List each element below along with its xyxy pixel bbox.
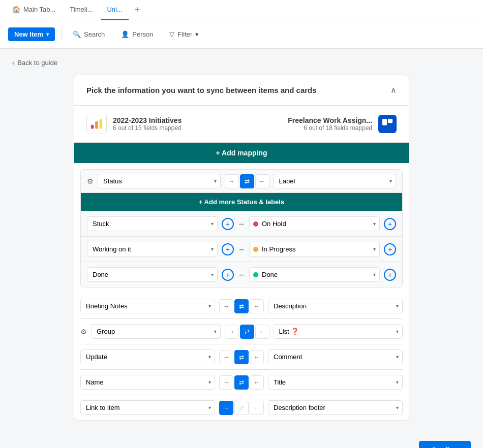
filter-button[interactable]: ▽ Filter ▾	[164, 27, 204, 41]
done-target-select[interactable]: Done	[249, 267, 380, 282]
update-target-wrapper[interactable]: Comment ▾	[268, 349, 403, 364]
status-row-working: Working on it ▾ + ↔ In Progress ▾ +	[81, 236, 402, 262]
link-dir-right[interactable]: →	[219, 401, 233, 415]
tab-main-label: Main Tab...	[23, 6, 55, 13]
link-direction-buttons: → ⇄ ←	[219, 401, 264, 415]
filter-dropdown-arrow: ▾	[195, 30, 199, 38]
link-dir-both[interactable]: ⇄	[234, 401, 249, 415]
done-target-add-button[interactable]: +	[384, 269, 396, 281]
link-source-select[interactable]: Link to item	[80, 400, 215, 415]
group-dir-left[interactable]: ←	[255, 325, 269, 339]
search-icon: 🔍	[73, 30, 81, 38]
person-button[interactable]: 👤 Person	[116, 27, 158, 41]
add-more-status-label: + Add more Status & labels	[199, 198, 284, 206]
update-source-wrapper[interactable]: Update ▾	[80, 349, 215, 364]
name-dir-left[interactable]: ←	[250, 375, 264, 390]
update-source-select[interactable]: Update	[80, 349, 215, 364]
new-item-button[interactable]: New Item ▾	[8, 27, 55, 41]
status-target-select[interactable]: Label	[274, 174, 397, 188]
stuck-arrow-icon: ↔	[238, 220, 245, 228]
back-to-guide-link[interactable]: ‹ Back to guide	[12, 59, 57, 67]
source-name: 2022-2023 Initiatives	[113, 116, 182, 124]
collapse-button[interactable]: ∧	[390, 85, 397, 95]
briefing-target-select[interactable]: Description	[268, 299, 403, 313]
done-source-select[interactable]: Done	[87, 267, 218, 282]
update-direction-buttons: → ⇄ ←	[219, 350, 264, 364]
update-dir-left[interactable]: ←	[250, 350, 264, 364]
status-rows: Stuck ▾ + ↔ On Hold ▾ +	[81, 211, 402, 287]
name-dir-right[interactable]: →	[219, 375, 233, 390]
target-integration-info: Freelance Work Assign... 6 out of 18 fie…	[288, 116, 372, 132]
name-dir-both[interactable]: ⇄	[234, 375, 249, 390]
name-target-wrapper[interactable]: Title ▾	[268, 375, 403, 390]
in-progress-add-button[interactable]: +	[384, 243, 396, 255]
filter-label: Filter	[177, 30, 192, 38]
group-source-wrapper[interactable]: Group ▾	[91, 324, 221, 339]
integration-row: 2022-2023 Initiatives 6 out of 15 fields…	[74, 106, 409, 143]
name-direction-buttons: → ⇄ ←	[219, 375, 264, 390]
briefing-direction-buttons: → ⇄ ←	[219, 299, 264, 313]
link-target-wrapper[interactable]: Description footer ▾	[268, 400, 403, 415]
toolbar-divider-1	[61, 28, 62, 41]
dir-right-button[interactable]: →	[225, 174, 239, 188]
name-source-select[interactable]: Name	[80, 375, 215, 390]
stuck-source-wrapper[interactable]: Stuck ▾	[87, 216, 218, 231]
briefing-dir-both[interactable]: ⇄	[234, 299, 249, 313]
link-dir-left[interactable]: ←	[250, 401, 264, 415]
working-add-button[interactable]: +	[222, 243, 234, 255]
status-target-select-wrapper[interactable]: Label ▾	[274, 174, 397, 188]
search-button[interactable]: 🔍 Search	[68, 27, 110, 41]
stuck-add-button[interactable]: +	[222, 218, 234, 230]
add-tab-button[interactable]: +	[131, 5, 144, 15]
svg-rect-4	[388, 119, 393, 123]
status-gear-icon: ⚙	[87, 177, 94, 185]
tab-uni[interactable]: Uni...	[101, 0, 128, 20]
name-source-wrapper[interactable]: Name ▾	[80, 375, 215, 390]
group-target-wrapper[interactable]: List ❓ ▾	[274, 324, 403, 339]
tab-timeline[interactable]: Timeli...	[64, 0, 99, 20]
search-label: Search	[84, 30, 105, 38]
status-source-select[interactable]: Status	[98, 174, 221, 188]
on-hold-select[interactable]: On Hold	[249, 216, 380, 231]
update-target-select[interactable]: Comment	[268, 349, 403, 364]
name-target-select[interactable]: Title	[268, 375, 403, 390]
card-header: Pick the information you want to sync be…	[74, 75, 409, 106]
update-dir-right[interactable]: →	[219, 350, 233, 364]
status-source-select-wrapper[interactable]: Status ▾	[98, 174, 221, 188]
group-dir-both[interactable]: ⇄	[240, 325, 254, 339]
integration-left: 2022-2023 Initiatives 6 out of 15 fields…	[86, 114, 182, 134]
link-to-item-row: Link to item ▾ → ⇄ ← Description footer …	[80, 395, 403, 420]
briefing-dir-right[interactable]: →	[219, 299, 233, 313]
group-dir-right[interactable]: →	[225, 325, 239, 339]
on-hold-wrapper[interactable]: On Hold ▾	[249, 216, 380, 231]
working-source-wrapper[interactable]: Working on it ▾	[87, 242, 218, 257]
dir-left-button[interactable]: ←	[255, 174, 269, 188]
confirm-button[interactable]: Confirm	[419, 441, 471, 448]
done-add-button[interactable]: +	[222, 269, 234, 281]
done-arrow-icon: ↔	[238, 271, 245, 279]
done-target-wrapper[interactable]: Done ▾	[249, 267, 380, 282]
card-title: Pick the information you want to sync be…	[86, 86, 317, 94]
done-source-wrapper[interactable]: Done ▾	[87, 267, 218, 282]
briefing-dir-left[interactable]: ←	[250, 299, 264, 313]
status-row-stuck: Stuck ▾ + ↔ On Hold ▾ +	[81, 211, 402, 236]
group-target-select[interactable]: List ❓	[274, 324, 403, 339]
on-hold-add-button[interactable]: +	[384, 218, 396, 230]
add-mapping-label: + Add mapping	[216, 149, 267, 157]
stuck-source-select[interactable]: Stuck	[87, 216, 218, 231]
briefing-source-wrapper[interactable]: Briefing Notes ▾	[80, 299, 215, 313]
in-progress-wrapper[interactable]: In Progress ▾	[249, 242, 380, 257]
briefing-source-select[interactable]: Briefing Notes	[80, 299, 215, 313]
back-arrow-icon: ‹	[12, 59, 14, 67]
update-dir-both[interactable]: ⇄	[234, 350, 249, 364]
add-mapping-button[interactable]: + Add mapping	[74, 143, 409, 163]
link-source-wrapper[interactable]: Link to item ▾	[80, 400, 215, 415]
tab-main[interactable]: 🏠 Main Tab...	[6, 0, 62, 20]
group-source-select[interactable]: Group	[91, 324, 221, 339]
briefing-target-wrapper[interactable]: Description ▾	[268, 299, 403, 313]
link-target-select[interactable]: Description footer	[268, 400, 403, 415]
working-source-select[interactable]: Working on it	[87, 242, 218, 257]
add-more-status-button[interactable]: + Add more Status & labels	[81, 193, 402, 211]
dir-both-button[interactable]: ⇄	[240, 174, 254, 188]
in-progress-select[interactable]: In Progress	[249, 242, 380, 257]
